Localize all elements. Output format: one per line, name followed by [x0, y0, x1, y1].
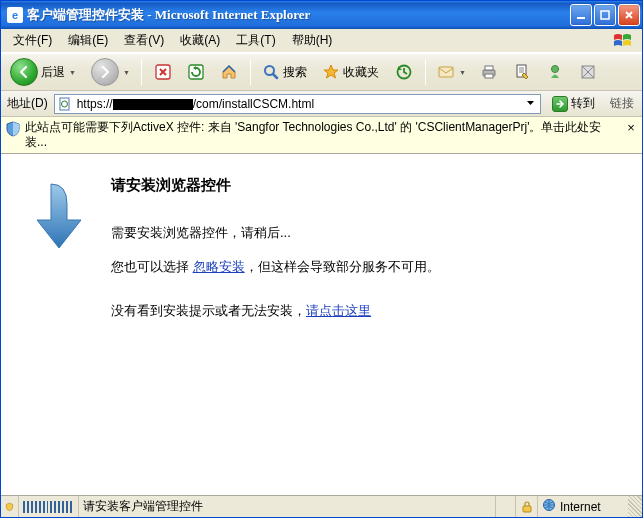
status-pane	[496, 496, 516, 517]
print-icon	[480, 63, 498, 81]
address-bar: 地址(D) https:///com/installCSCM.html 转到 链…	[1, 91, 642, 117]
search-icon	[262, 63, 280, 81]
download-arrow-icon	[31, 176, 95, 335]
globe-icon	[542, 498, 556, 515]
messenger-button[interactable]	[540, 57, 570, 87]
page-line1: 需要安装浏览器控件，请稍后...	[111, 223, 612, 243]
research-icon	[579, 63, 597, 81]
stop-icon	[154, 63, 172, 81]
status-shield-icon	[1, 496, 19, 517]
search-label: 搜索	[283, 64, 307, 81]
forward-icon	[91, 58, 119, 86]
go-label: 转到	[571, 95, 595, 112]
favorites-label: 收藏夹	[343, 64, 379, 81]
page-content: 请安装浏览器控件 需要安装浏览器控件，请稍后... 您也可以选择 忽略安装，但这…	[1, 154, 642, 495]
lock-icon	[516, 496, 538, 517]
windows-flag-icon	[608, 29, 638, 53]
page-heading: 请安装浏览器控件	[111, 176, 612, 195]
mail-icon	[437, 63, 455, 81]
svg-rect-0	[577, 17, 585, 19]
address-text: https:///com/installCSCM.html	[73, 97, 522, 111]
status-progress	[19, 496, 79, 517]
window-title: 客户端管理控件安装 - Microsoft Internet Explorer	[27, 6, 570, 24]
ignore-install-link[interactable]: 忽略安装	[193, 259, 245, 274]
minimize-button[interactable]	[570, 4, 592, 26]
links-label[interactable]: 链接	[606, 95, 638, 112]
research-button[interactable]	[573, 57, 603, 87]
shield-icon	[5, 121, 21, 137]
menu-file[interactable]: 文件(F)	[5, 30, 60, 51]
forward-button[interactable]: ▼	[86, 57, 135, 87]
search-button[interactable]: 搜索	[257, 57, 314, 87]
resize-grip[interactable]	[628, 496, 642, 517]
refresh-button[interactable]	[181, 57, 211, 87]
svg-rect-6	[439, 67, 453, 77]
status-message: 请安装客户端管理控件	[79, 496, 496, 517]
history-button[interactable]	[389, 57, 419, 87]
address-label: 地址(D)	[5, 95, 50, 112]
chevron-down-icon: ▼	[123, 69, 130, 76]
address-combo[interactable]: https:///com/installCSCM.html	[54, 94, 541, 114]
menu-favorites[interactable]: 收藏(A)	[172, 30, 228, 51]
infobar-close-icon[interactable]: ×	[624, 120, 638, 135]
menu-edit[interactable]: 编辑(E)	[60, 30, 116, 51]
menu-view[interactable]: 查看(V)	[116, 30, 172, 51]
back-label: 后退	[41, 64, 65, 81]
svg-rect-1	[601, 11, 609, 19]
menu-bar: 文件(F) 编辑(E) 查看(V) 收藏(A) 工具(T) 帮助(H)	[1, 29, 642, 53]
infobar-message: 此站点可能需要下列ActiveX 控件: 来自 'Sangfor Technol…	[25, 120, 620, 150]
favorites-button[interactable]: 收藏夹	[317, 57, 386, 87]
stop-button[interactable]	[148, 57, 178, 87]
history-icon	[395, 63, 413, 81]
mail-button[interactable]: ▼	[432, 57, 471, 87]
address-dropdown-icon[interactable]	[522, 97, 538, 111]
go-button[interactable]: 转到	[545, 94, 602, 114]
refresh-icon	[187, 63, 205, 81]
click-here-link[interactable]: 请点击这里	[306, 303, 371, 318]
menu-tools[interactable]: 工具(T)	[228, 30, 283, 51]
chevron-down-icon: ▼	[459, 69, 466, 76]
status-bar: 请安装客户端管理控件 Internet	[1, 495, 642, 517]
home-icon	[220, 63, 238, 81]
zone-indicator: Internet	[538, 496, 628, 517]
ie-window: e 客户端管理控件安装 - Microsoft Internet Explore…	[0, 0, 643, 518]
activex-info-bar[interactable]: 此站点可能需要下列ActiveX 控件: 来自 'Sangfor Technol…	[1, 117, 642, 154]
chevron-down-icon: ▼	[69, 69, 76, 76]
menu-help[interactable]: 帮助(H)	[284, 30, 341, 51]
star-icon	[322, 63, 340, 81]
edit-icon	[513, 63, 531, 81]
back-button[interactable]: 后退 ▼	[5, 57, 83, 87]
svg-point-11	[552, 66, 558, 72]
toolbar: 后退 ▼ ▼ 搜索 收藏夹	[1, 53, 642, 91]
svg-rect-16	[523, 506, 531, 512]
maximize-button[interactable]	[594, 4, 616, 26]
back-icon	[10, 58, 38, 86]
edit-button[interactable]	[507, 57, 537, 87]
page-icon	[57, 96, 73, 112]
messenger-icon	[546, 63, 564, 81]
svg-rect-8	[485, 66, 493, 70]
ie-icon: e	[7, 7, 23, 23]
page-line3: 没有看到安装提示或者无法安装，请点击这里	[111, 301, 612, 321]
page-line2: 您也可以选择 忽略安装，但这样会导致部分服务不可用。	[111, 257, 612, 277]
close-button[interactable]	[618, 4, 640, 26]
go-icon	[552, 96, 568, 112]
title-bar: e 客户端管理控件安装 - Microsoft Internet Explore…	[1, 1, 642, 29]
print-button[interactable]	[474, 57, 504, 87]
zone-label: Internet	[560, 500, 601, 514]
home-button[interactable]	[214, 57, 244, 87]
svg-rect-9	[485, 74, 493, 78]
